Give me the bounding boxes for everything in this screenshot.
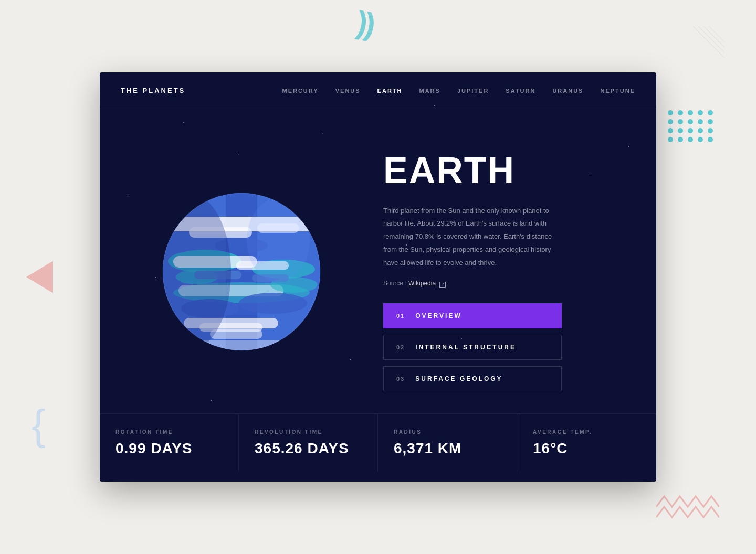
- external-link-icon: ↗: [439, 282, 446, 288]
- svg-line-2: [704, 26, 724, 47]
- main-nav: Mercury Venus Earth Mars Jupiter Saturn …: [282, 88, 635, 94]
- deco-zigzag: [656, 491, 719, 523]
- section-num-3: 03: [396, 376, 405, 382]
- nav-mars[interactable]: Mars: [419, 88, 440, 94]
- nav-neptune[interactable]: Neptune: [600, 88, 635, 94]
- svg-rect-22: [210, 329, 262, 339]
- wikipedia-link[interactable]: Wikipedia: [408, 280, 436, 287]
- nav-list: Mercury Venus Earth Mars Jupiter Saturn …: [282, 88, 635, 94]
- stat-rotation: Rotation Time 0.99 Days: [100, 414, 239, 472]
- stats-bar: Rotation Time 0.99 Days Revolution Time …: [100, 413, 656, 472]
- svg-point-19: [239, 293, 307, 314]
- stat-radius-value: 6,371 KM: [394, 440, 501, 457]
- section-label-3: Surface Geology: [415, 375, 502, 382]
- deco-lines-tr: [693, 26, 724, 89]
- section-label-1: Overview: [415, 312, 461, 319]
- section-num-2: 02: [396, 344, 405, 350]
- main-content: Earth Third planet from the Sun and the …: [100, 109, 656, 413]
- section-num-1: 01: [396, 313, 405, 319]
- nav-mercury[interactable]: Mercury: [282, 88, 318, 94]
- header: The Planets Mercury Venus Earth Mars Jup…: [100, 72, 656, 109]
- stat-rotation-label: Rotation Time: [116, 429, 223, 435]
- deco-arrow-left: [26, 261, 52, 293]
- svg-rect-23: [173, 340, 310, 351]
- nav-earth[interactable]: Earth: [377, 88, 403, 94]
- stat-temp-label: Average Temp.: [533, 429, 640, 435]
- earth-planet: [158, 188, 326, 356]
- deco-dots: [668, 110, 714, 142]
- section-internal-btn[interactable]: 02 Internal Structure: [383, 335, 562, 360]
- section-overview-btn[interactable]: 01 Overview: [383, 303, 562, 328]
- stat-revolution: Revolution Time 365.26 Days: [239, 414, 378, 472]
- svg-point-30: [247, 198, 310, 282]
- deco-quotes: )): [354, 4, 375, 42]
- nav-venus[interactable]: Venus: [335, 88, 361, 94]
- nav-jupiter[interactable]: Jupiter: [457, 88, 489, 94]
- stat-revolution-value: 365.26 Days: [255, 440, 362, 457]
- stat-revolution-label: Revolution Time: [255, 429, 362, 435]
- planet-description: Third planet from the Sun and the only k…: [383, 205, 562, 269]
- svg-line-1: [698, 26, 724, 52]
- section-geology-btn[interactable]: 03 Surface Geology: [383, 366, 562, 391]
- section-label-2: Internal Structure: [415, 344, 516, 351]
- planet-title: Earth: [383, 152, 562, 189]
- source-label: Source :: [383, 280, 407, 287]
- stat-radius-label: Radius: [394, 429, 501, 435]
- stat-rotation-value: 0.99 Days: [116, 440, 223, 457]
- source-line: Source : Wikipedia ↗: [383, 280, 562, 287]
- stat-temp-value: 16°C: [533, 440, 640, 457]
- deco-curly: {: [32, 401, 46, 449]
- nav-uranus[interactable]: Uranus: [552, 88, 583, 94]
- app-logo: The Planets: [121, 87, 185, 94]
- section-buttons: 01 Overview 02 Internal Structure 03 Sur…: [383, 303, 562, 391]
- stat-radius: Radius 6,371 KM: [378, 414, 517, 472]
- planet-wrapper: [142, 188, 341, 356]
- info-panel: Earth Third planet from the Sun and the …: [341, 152, 562, 391]
- stat-temp: Average Temp. 16°C: [517, 414, 656, 472]
- nav-saturn[interactable]: Saturn: [506, 88, 536, 94]
- app-container: The Planets Mercury Venus Earth Mars Jup…: [100, 72, 656, 482]
